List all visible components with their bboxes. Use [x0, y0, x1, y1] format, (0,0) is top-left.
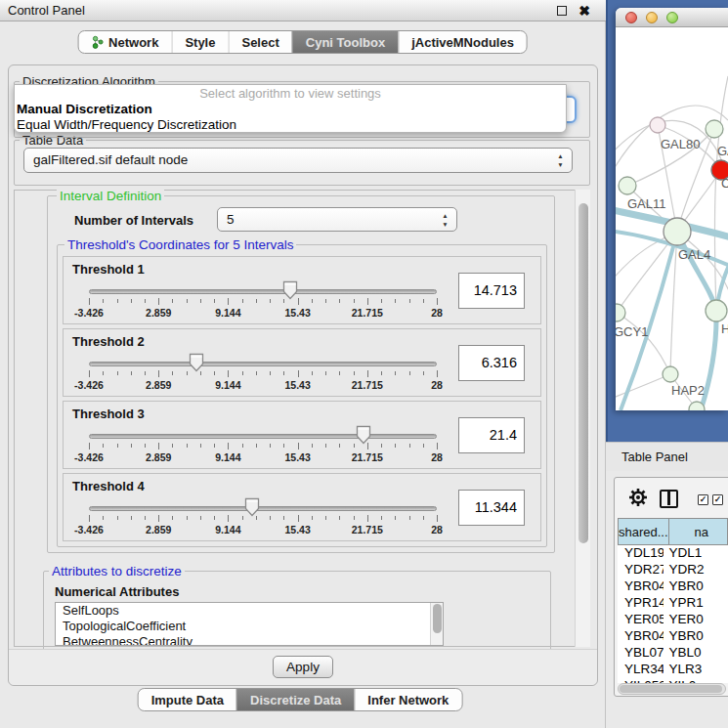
slider-tick: [437, 515, 438, 522]
tab-discretize-data[interactable]: Discretize Data: [236, 689, 354, 710]
zoom-traffic-light-icon[interactable]: [666, 12, 678, 23]
slider-tick: [145, 516, 146, 520]
settings-vertical-scrollbar[interactable]: [575, 190, 590, 647]
scrollbar-thumb[interactable]: [433, 604, 442, 633]
checked-checkbox-icon[interactable]: ✓: [712, 494, 723, 505]
threshold-2-panel: Threshold 2-3.4262.8599.14415.4321.71528…: [63, 328, 541, 397]
table-row[interactable]: YBL079WYBL0: [618, 645, 728, 662]
attributes-group-title: Attributes to discretize: [49, 564, 185, 578]
table-cell: YER054C: [618, 612, 664, 628]
algorithm-option-manual[interactable]: Manual Discretization: [15, 102, 566, 117]
network-node[interactable]: [706, 300, 727, 321]
table-data-combobox[interactable]: galFiltered.sif default node ▲▼: [23, 148, 573, 173]
network-node[interactable]: [663, 366, 678, 382]
table-cell: YBL0: [664, 645, 728, 662]
algorithm-option-equal-width[interactable]: Equal Width/Frequency Discretization: [15, 117, 566, 133]
tab-impute-data[interactable]: Impute Data: [139, 689, 236, 710]
close-icon[interactable]: ✖: [578, 2, 590, 20]
slider-tick: [395, 371, 396, 375]
threshold-slider-track[interactable]: [89, 362, 437, 366]
network-node[interactable]: [616, 304, 625, 321]
slider-tick: [256, 299, 257, 303]
network-edge[interactable]: [616, 374, 670, 399]
slider-tick: [325, 444, 326, 448]
slider-tick: [367, 370, 368, 377]
slider-tick: [228, 370, 229, 377]
minimize-traffic-light-icon[interactable]: [646, 12, 658, 23]
slider-tick: [312, 444, 313, 448]
threshold-value-field[interactable]: 6.316: [458, 345, 525, 381]
threshold-slider-track[interactable]: [89, 289, 437, 294]
slider-tick: [200, 299, 201, 303]
table-row[interactable]: YLR345WYLR3: [618, 662, 728, 678]
table-row[interactable]: YDR27...YDR2: [618, 562, 728, 578]
network-node[interactable]: [706, 120, 723, 138]
slider-tick: [312, 371, 313, 375]
slider-tick: [187, 371, 188, 375]
close-traffic-light-icon[interactable]: [625, 12, 637, 23]
attributes-list-scrollbar[interactable]: [430, 603, 443, 645]
network-node[interactable]: [650, 117, 665, 133]
scrollbar-thumb[interactable]: [620, 685, 722, 693]
threshold-slider-track[interactable]: [89, 434, 437, 439]
attribute-item-betweennesscentrality[interactable]: BetweennessCentrality: [56, 634, 443, 646]
attribute-item-topologicalcoefficient[interactable]: TopologicalCoefficient: [56, 619, 443, 634]
threshold-slider-thumb[interactable]: [244, 497, 260, 517]
checked-checkbox-icon[interactable]: ✓: [698, 494, 708, 505]
threshold-slider-track[interactable]: [89, 506, 437, 511]
table-cell: YLR3: [664, 662, 728, 678]
network-canvas[interactable]: GAL80GACGAL11GAL4GCY1HHAP2: [616, 27, 728, 410]
table-row[interactable]: YBR043CYBR0: [618, 578, 728, 595]
network-node[interactable]: [664, 218, 691, 245]
slider-tick: [423, 299, 424, 303]
tab-style[interactable]: Style: [171, 31, 228, 53]
slider-tick-label: 21.715: [352, 307, 383, 319]
slider-tick: [367, 298, 368, 305]
split-columns-icon[interactable]: [660, 490, 678, 508]
slider-tick-label: 2.859: [146, 451, 171, 463]
scrollbar-thumb[interactable]: [578, 203, 588, 543]
float-window-icon[interactable]: [557, 6, 567, 16]
slider-tick: [117, 299, 118, 303]
gear-icon[interactable]: [628, 488, 648, 507]
slider-tick-label: 28: [431, 451, 443, 463]
threshold-slider-thumb[interactable]: [189, 353, 204, 372]
slider-tick: [354, 299, 355, 303]
table-header-row: shared...na: [618, 518, 728, 545]
tab-jactivemnodules[interactable]: jActiveMNodules: [398, 31, 527, 53]
threshold-value-field[interactable]: 21.4: [458, 417, 525, 453]
threshold-value-field[interactable]: 14.713: [458, 273, 525, 309]
table-column-header[interactable]: na: [669, 518, 728, 545]
table-cell: YBR0: [664, 578, 728, 595]
number-of-intervals-combobox[interactable]: 5 ▲▼: [217, 207, 457, 232]
slider-tick: [256, 371, 257, 375]
numerical-attributes-list[interactable]: SelfLoopsTopologicalCoefficientBetweenne…: [55, 602, 444, 646]
table-column-header[interactable]: shared...: [618, 518, 669, 545]
slider-tick: [270, 516, 271, 520]
table-horizontal-scrollbar[interactable]: [618, 683, 726, 695]
network-node-label: H: [721, 321, 728, 336]
threshold-value-field[interactable]: 11.344: [458, 490, 525, 526]
slider-tick-label: -3.426: [74, 307, 104, 319]
apply-button[interactable]: Apply: [273, 656, 333, 678]
slider-tick: [437, 370, 438, 377]
tab-network[interactable]: Network: [78, 31, 171, 53]
table-cell: YBR045C: [618, 628, 664, 645]
slider-tick: [242, 516, 243, 520]
threshold-1-panel: Threshold 1-3.4262.8599.14415.4321.71528…: [63, 256, 541, 324]
network-node[interactable]: [619, 177, 636, 194]
tab-select[interactable]: Select: [228, 31, 291, 53]
threshold-slider-thumb[interactable]: [282, 280, 298, 300]
tab-label: Infer Network: [367, 693, 449, 707]
tab-infer-network[interactable]: Infer Network: [354, 689, 461, 710]
threshold-slider-thumb[interactable]: [356, 425, 371, 445]
slider-tick-label: 9.144: [215, 524, 240, 535]
table-row[interactable]: YDL19...YDL1: [618, 545, 728, 562]
table-row[interactable]: YBR045CYBR0: [618, 628, 728, 645]
numerical-attributes-label: Numerical Attributes: [55, 584, 179, 599]
table-row[interactable]: YPR145WYPR1: [618, 595, 728, 612]
attribute-item-selfloops[interactable]: SelfLoops: [56, 603, 443, 619]
tab-cyni-toolbox[interactable]: Cyni Toolbox: [292, 31, 398, 53]
slider-tick: [145, 299, 146, 303]
table-row[interactable]: YER054CYER0: [618, 612, 728, 628]
